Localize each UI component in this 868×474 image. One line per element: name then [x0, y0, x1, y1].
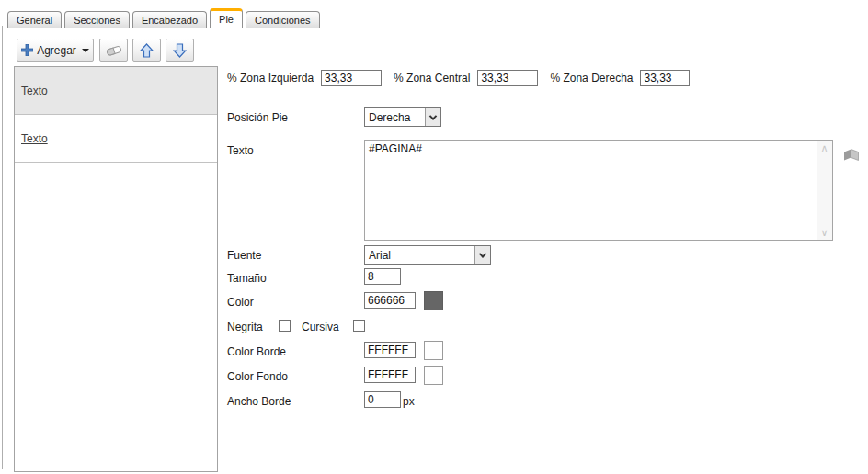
color-swatch[interactable]: [424, 291, 443, 310]
border-color-label: Color Borde: [227, 345, 286, 358]
preview-page-icon[interactable]: [842, 148, 861, 164]
content-border: [2, 26, 3, 469]
zone-left-input[interactable]: [321, 70, 382, 86]
text-input[interactable]: #PAGINA#: [365, 141, 817, 240]
list-item[interactable]: Texto: [15, 115, 217, 163]
plus-icon: [21, 44, 33, 56]
italic-checkbox[interactable]: [353, 320, 365, 332]
clear-button[interactable]: [99, 39, 128, 62]
tab-strip: General Secciones Encabezado Pie Condici…: [7, 8, 323, 28]
chevron-down-icon: [474, 246, 490, 264]
bold-label: Negrita: [227, 321, 263, 333]
scroll-up-icon[interactable]: ∧: [820, 143, 828, 152]
move-up-button[interactable]: [132, 39, 161, 62]
dropdown-caret-icon: [82, 49, 89, 52]
footer-items-list: Texto Texto: [14, 66, 218, 472]
add-button[interactable]: Agregar: [17, 39, 94, 62]
border-width-input[interactable]: [364, 391, 401, 408]
text-area-wrap: #PAGINA# ∧ ∨: [364, 140, 833, 241]
add-button-label: Agregar: [37, 44, 76, 57]
scroll-down-icon[interactable]: ∨: [820, 228, 828, 237]
list-item[interactable]: Texto: [15, 67, 217, 115]
arrow-up-icon: [140, 43, 154, 58]
footer-position-value: Derecha: [365, 111, 425, 124]
arrow-down-icon: [173, 43, 187, 58]
size-label: Tamaño: [227, 272, 267, 285]
move-down-button[interactable]: [166, 39, 194, 62]
background-color-label: Color Fondo: [227, 370, 288, 383]
zone-left-label: % Zona Izquierda: [227, 72, 314, 85]
chevron-down-icon: [425, 108, 440, 126]
textarea-scrollbar[interactable]: ∧ ∨: [817, 141, 832, 240]
border-width-unit: px: [403, 395, 415, 408]
border-width-label: Ancho Borde: [227, 395, 291, 408]
tab-condiciones[interactable]: Condiciones: [246, 11, 320, 28]
footer-settings-window: General Secciones Encabezado Pie Condici…: [0, 0, 868, 474]
border-color-swatch[interactable]: [424, 341, 443, 360]
zone-right-label: % Zona Derecha: [550, 72, 633, 85]
tab-secciones[interactable]: Secciones: [64, 11, 130, 28]
color-input[interactable]: [364, 292, 416, 309]
eraser-icon: [106, 44, 122, 56]
size-input[interactable]: [364, 268, 401, 285]
font-label: Fuente: [227, 249, 261, 262]
background-color-input[interactable]: [364, 367, 416, 383]
zone-percentages-row: % Zona Izquierda % Zona Central % Zona D…: [227, 70, 690, 86]
list-item-link-texto-2[interactable]: Texto: [21, 132, 48, 145]
text-label: Texto: [227, 144, 254, 157]
color-label: Color: [227, 296, 254, 309]
footer-position-label: Posición Pie: [227, 111, 288, 124]
tab-pie[interactable]: Pie: [210, 8, 243, 28]
zone-center-input[interactable]: [477, 70, 538, 86]
font-value: Arial: [365, 249, 474, 262]
zone-center-label: % Zona Central: [394, 72, 470, 85]
tab-general[interactable]: General: [7, 11, 62, 28]
border-color-input[interactable]: [364, 342, 416, 358]
font-select[interactable]: Arial: [364, 245, 491, 265]
italic-label: Cursiva: [302, 321, 339, 333]
bold-checkbox[interactable]: [279, 320, 291, 332]
list-item-link-texto-1[interactable]: Texto: [21, 85, 48, 97]
background-color-swatch[interactable]: [424, 366, 443, 385]
footer-position-select[interactable]: Derecha: [364, 107, 441, 127]
tab-encabezado[interactable]: Encabezado: [132, 11, 207, 28]
zone-right-input[interactable]: [640, 70, 690, 86]
